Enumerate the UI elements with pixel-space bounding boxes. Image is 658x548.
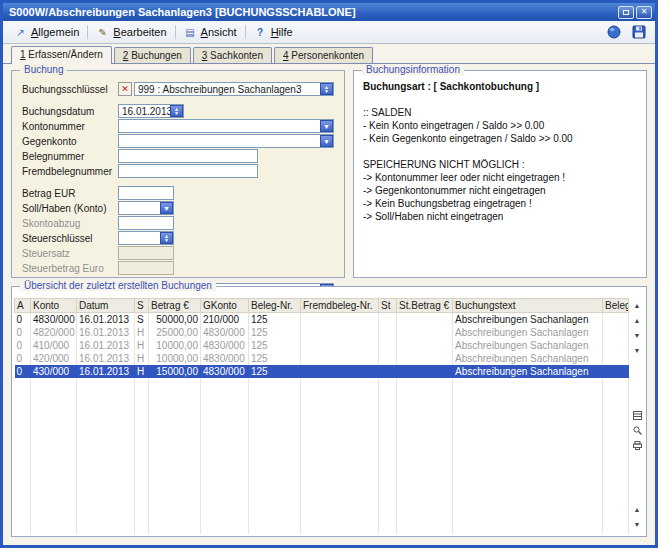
save-button[interactable]	[629, 24, 649, 41]
scroll-first-button[interactable]: ▲	[631, 299, 644, 312]
skontoabzug-input[interactable]	[118, 216, 174, 230]
info-line: :: SALDEN	[363, 106, 637, 119]
arrow-up-icon: ▲	[634, 506, 641, 513]
clear-buchungsschluessel-button[interactable]: ✕	[118, 82, 132, 96]
cell	[379, 365, 397, 378]
col-header: St	[379, 299, 397, 313]
belegnummer-label: Belegnummer	[22, 151, 118, 162]
list-button[interactable]	[631, 409, 644, 422]
gegenkonto-combo[interactable]: ▼	[118, 134, 334, 148]
chevron-down-icon: ▼	[163, 205, 170, 212]
steuersatz-input	[118, 246, 174, 260]
spin-down-icon: ▼	[324, 89, 329, 93]
menu-item-allgemein[interactable]: ↗ Allgemein	[7, 24, 86, 40]
belegnummer-row: Belegnummer	[22, 149, 336, 163]
menu-item-hilfe[interactable]: ? Hilfe	[247, 24, 300, 40]
cell: H	[135, 365, 149, 378]
zoom-button[interactable]	[631, 424, 644, 437]
arrow-down-icon: ▼	[634, 521, 641, 528]
table-header-row: A Konto Datum S Betrag € GKonto Beleg-Nr…	[15, 299, 629, 313]
table-row[interactable]: 0 4830/000 16.01.2013 S 50000,00 210/000…	[15, 313, 629, 326]
cell: 125	[249, 352, 301, 365]
cell: 16.01.2013	[77, 326, 135, 339]
steuerschluessel-spin-button[interactable]: ▲ ▼	[160, 232, 173, 244]
col-header: Beleg-Nr.2	[603, 299, 629, 313]
cell: 0	[15, 352, 31, 365]
tabstrip: 1 Erfassen/Ändern 2 Buchungen 3 Sachkont…	[3, 44, 655, 63]
betrag-eur-input[interactable]	[118, 186, 174, 200]
menu-label: Allgemein	[31, 26, 79, 38]
page-up-button[interactable]: ▲	[631, 503, 644, 516]
buchungsschluessel-combo[interactable]: 999 : Abschreibungen Sachanlagen3 ▲ ▼	[134, 82, 334, 96]
menu-label: Bearbeiten	[113, 26, 166, 38]
buchungsinformation-groupbox-title: Buchungsinformation	[362, 64, 464, 75]
col-header: Konto	[31, 299, 77, 313]
gegenkonto-dropdown-button[interactable]: ▼	[320, 135, 333, 147]
buchungsschluessel-spin-button[interactable]: ▲ ▼	[320, 83, 333, 95]
cell: 4830/000	[201, 326, 249, 339]
cell	[603, 313, 629, 326]
fremdbelegnummer-input[interactable]	[118, 164, 258, 178]
restore-button[interactable]	[618, 6, 634, 19]
kontonummer-dropdown-button[interactable]: ▼	[320, 120, 333, 132]
close-icon: ✕	[641, 7, 648, 17]
scroll-last-button[interactable]: ▼	[631, 344, 644, 357]
steuerschluessel-row: Steuerschlüssel ▲ ▼	[22, 231, 336, 245]
table-row[interactable]: 0 4820/000 16.01.2013 H 25000,00 4830/00…	[15, 326, 629, 339]
cell	[301, 339, 379, 352]
info-line: - Kein Gegenkonto eingetragen / Saldo >>…	[363, 132, 637, 145]
cell	[301, 326, 379, 339]
cell: 0	[15, 326, 31, 339]
arrow-down-icon: ▼	[634, 332, 641, 339]
steuerschluessel-spinner[interactable]: ▲ ▼	[118, 231, 174, 245]
table-row[interactable]: 0 420/000 16.01.2013 H 10000,00 4830/000…	[15, 352, 629, 365]
cell	[603, 365, 629, 378]
cell: 15000,00	[149, 365, 201, 378]
cell: Abschreibungen Sachanlagen	[453, 339, 603, 352]
scroll-up-button[interactable]: ▲	[631, 314, 644, 327]
buchungsdatum-spin-button[interactable]: ▲ ▼	[170, 105, 183, 117]
menu-item-ansicht[interactable]: ▤ Ansicht	[177, 24, 244, 40]
cell	[397, 352, 453, 365]
cell: 125	[249, 365, 301, 378]
fremdbelegnummer-row: Fremdbelegnummer	[22, 164, 336, 178]
chevron-down-icon: ▼	[323, 138, 330, 145]
bearbeiten-icon: ✎	[96, 27, 109, 38]
cell	[301, 365, 379, 378]
buchung-form: Buchungsschlüssel ✕ 999 : Abschreibungen…	[12, 71, 344, 297]
soll-haben-combo[interactable]: ▼	[118, 201, 174, 215]
buchungsschluessel-label: Buchungsschlüssel	[22, 84, 118, 95]
table-row-selected[interactable]: 0 430/000 16.01.2013 H 15000,00 4830/000…	[15, 365, 629, 378]
cell: 16.01.2013	[77, 365, 135, 378]
soll-haben-dropdown-button[interactable]: ▼	[160, 202, 173, 214]
hilfe-icon: ?	[254, 27, 267, 38]
cell: 16.01.2013	[77, 339, 135, 352]
kontonummer-row: Kontonummer ▼	[22, 119, 336, 133]
scroll-down-button[interactable]: ▼	[631, 329, 644, 342]
print-button[interactable]	[631, 439, 644, 452]
close-button[interactable]: ✕	[636, 6, 652, 19]
buchungsdatum-spinner[interactable]: 16.01.2013 ▲ ▼	[118, 104, 184, 118]
spin-down-icon: ▼	[174, 111, 179, 115]
kontonummer-label: Kontonummer	[22, 121, 118, 132]
cell: 10000,00	[149, 352, 201, 365]
uebersicht-groupbox: Übersicht der zuletzt erstellten Buchung…	[11, 286, 647, 537]
cell	[379, 326, 397, 339]
cell: H	[135, 339, 149, 352]
belegnummer-input[interactable]	[118, 149, 258, 163]
menu-item-bearbeiten[interactable]: ✎ Bearbeiten	[89, 24, 173, 40]
kontonummer-combo[interactable]: ▼	[118, 119, 334, 133]
info-line: -> Gegenkontonummer nicht eingetragen	[363, 184, 637, 197]
page-down-button[interactable]: ▼	[631, 518, 644, 531]
tab-sachkonten[interactable]: 3 Sachkonten	[193, 47, 272, 63]
globe-button[interactable]	[604, 24, 624, 41]
tab-erfassen-aendern[interactable]: 1 Erfassen/Ändern	[11, 46, 112, 64]
steuerbetrag-euro-row: Steuerbetrag Euro	[22, 261, 336, 275]
soll-haben-label: Soll/Haben (Konto)	[22, 203, 118, 214]
cell: 125	[249, 339, 301, 352]
tab-buchungen[interactable]: 2 Buchungen	[114, 47, 191, 63]
info-line: SPEICHERUNG NICHT MÖGLICH :	[363, 158, 637, 171]
table-row[interactable]: 0 410/000 16.01.2013 H 10000,00 4830/000…	[15, 339, 629, 352]
tab-personenkonten[interactable]: 4 Personenkonten	[274, 47, 373, 63]
info-line: -> Kein Buchungsbetrag eingetragen !	[363, 197, 637, 210]
